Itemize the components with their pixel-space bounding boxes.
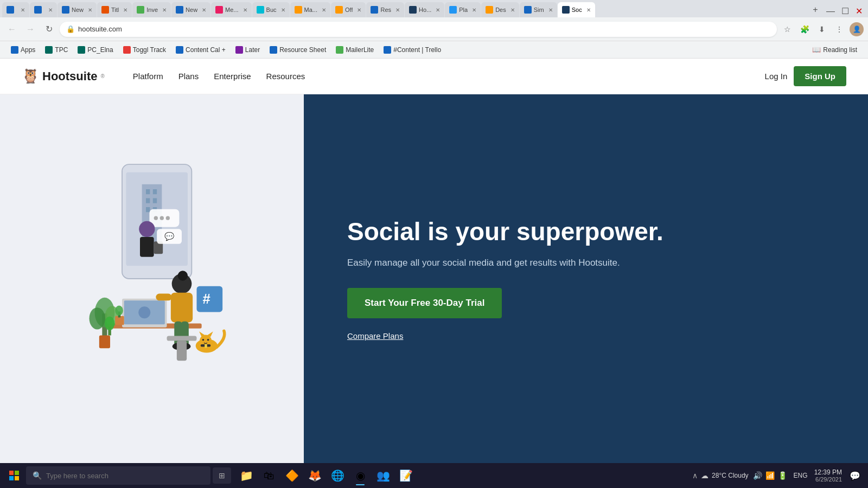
- start-button[interactable]: [4, 466, 24, 485]
- bookmark-favicon: [11, 46, 18, 54]
- bookmark-content_cal_+[interactable]: Content Cal +: [171, 44, 230, 55]
- compare-plans-link[interactable]: Compare Plans: [347, 331, 825, 341]
- tab-close-tab12[interactable]: ✕: [436, 7, 440, 13]
- browser-tab-tab14[interactable]: Des✕: [481, 2, 519, 17]
- svg-point-51: [115, 306, 123, 316]
- svg-rect-48: [205, 344, 207, 348]
- nav-link-platform[interactable]: Platform: [133, 72, 163, 81]
- tab-close-tab15[interactable]: ✕: [548, 7, 553, 13]
- notification-area: 🔊 📶 🔋: [753, 471, 787, 480]
- taskbar-app-sticky-notes[interactable]: 📝: [395, 465, 417, 486]
- download-icon[interactable]: ⬇: [815, 22, 829, 36]
- browser-tab-tab15[interactable]: Sim✕: [520, 2, 557, 17]
- bookmark-later[interactable]: Later: [231, 44, 264, 55]
- nav-link-enterprise[interactable]: Enterprise: [214, 72, 251, 81]
- network-icon[interactable]: 📶: [765, 471, 775, 480]
- minimize-button[interactable]: —: [823, 5, 838, 17]
- taskbar-app-firefox[interactable]: 🦊: [304, 465, 326, 486]
- tab-favicon-tab1: [7, 6, 14, 14]
- browser-tab-tab5[interactable]: Inve✕: [132, 2, 171, 17]
- browser-tab-tab16[interactable]: Soc✕: [558, 2, 595, 17]
- cta-button[interactable]: Start Your Free 30-Day Trial: [347, 288, 502, 318]
- taskbar-app-chrome[interactable]: ◉: [349, 465, 371, 486]
- lang-indicator: ENG: [792, 472, 810, 479]
- settings-icon[interactable]: ⋮: [832, 22, 846, 36]
- svg-text:#: #: [203, 291, 210, 306]
- notification-button[interactable]: 💬: [846, 465, 864, 486]
- browser-tab-tab8[interactable]: Buc✕: [252, 2, 290, 17]
- tab-close-tab1[interactable]: ✕: [21, 7, 25, 13]
- bookmarks-star[interactable]: ☆: [780, 22, 794, 36]
- back-button[interactable]: ←: [4, 22, 20, 37]
- browser-tab-tab3[interactable]: New✕: [58, 2, 97, 17]
- nav-link-plans[interactable]: Plans: [178, 72, 199, 81]
- browser-tab-tab6[interactable]: New✕: [171, 2, 210, 17]
- taskbar-view-button[interactable]: ⊞: [213, 467, 231, 484]
- maximize-button[interactable]: ☐: [838, 5, 852, 17]
- reading-list-button[interactable]: 📖 Reading list: [808, 44, 861, 55]
- browser-tab-tab2[interactable]: ✕: [30, 2, 57, 17]
- taskbar-app-file-explorer[interactable]: 📁: [235, 465, 257, 486]
- tab-close-tab6[interactable]: ✕: [202, 7, 206, 13]
- new-tab-button[interactable]: +: [808, 2, 823, 17]
- tab-close-tab7[interactable]: ✕: [243, 7, 247, 13]
- extensions-icon[interactable]: 🧩: [797, 22, 812, 36]
- tab-close-tab13[interactable]: ✕: [472, 7, 476, 13]
- tab-label-tab12: Ho...: [419, 7, 431, 13]
- battery-icon[interactable]: 🔋: [778, 471, 787, 480]
- bookmark-toggl_track[interactable]: Toggl Track: [119, 44, 170, 55]
- tab-close-tab5[interactable]: ✕: [162, 7, 167, 13]
- close-button[interactable]: ✕: [852, 5, 866, 17]
- search-input[interactable]: [46, 472, 204, 480]
- profile-avatar[interactable]: 👤: [850, 22, 864, 36]
- bookmark-favicon: [235, 46, 243, 54]
- bookmark-pc_elna[interactable]: PC_Elna: [73, 44, 117, 55]
- taskbar-app-teams[interactable]: 👥: [372, 465, 394, 486]
- window-controls: — ☐ ✕: [823, 5, 866, 17]
- svg-rect-53: [15, 471, 19, 475]
- browser-tab-tab7[interactable]: Me...✕: [211, 2, 251, 17]
- tab-close-tab4[interactable]: ✕: [123, 7, 127, 13]
- tab-close-tab2[interactable]: ✕: [48, 7, 53, 13]
- browser-tab-tab9[interactable]: Ma...✕: [290, 2, 330, 17]
- signup-button[interactable]: Sign Up: [794, 66, 846, 86]
- bookmark-mailerlite[interactable]: MailerLite: [331, 44, 378, 55]
- taskbar-search-bar[interactable]: 🔍: [26, 466, 210, 485]
- hootsuite-logo[interactable]: 🦉 Hootsuite ®: [22, 68, 105, 85]
- svg-rect-31: [177, 341, 187, 361]
- tab-close-tab3[interactable]: ✕: [88, 7, 92, 13]
- nav-link-resources[interactable]: Resources: [266, 72, 305, 81]
- bookmark-favicon: [123, 46, 131, 54]
- login-button[interactable]: Log In: [765, 72, 788, 81]
- forward-button[interactable]: →: [23, 22, 38, 37]
- taskbar-app-vlc[interactable]: 🔶: [281, 465, 303, 486]
- browser-tab-tab11[interactable]: Res✕: [366, 2, 404, 17]
- browser-tab-tab13[interactable]: Pla✕: [445, 2, 481, 17]
- volume-icon[interactable]: 🔊: [753, 471, 762, 480]
- svg-point-36: [90, 307, 105, 329]
- browser-tab-tab1[interactable]: ✕: [2, 2, 29, 17]
- bookmark-apps[interactable]: Apps: [7, 44, 40, 55]
- taskbar-app-store[interactable]: 🛍: [258, 465, 280, 486]
- svg-rect-7: [146, 207, 150, 212]
- bookmark-tpc[interactable]: TPC: [41, 44, 72, 55]
- tab-favicon-tab15: [524, 6, 532, 14]
- weather-text: 28°C Cloudy: [712, 472, 749, 479]
- tab-close-tab14[interactable]: ✕: [510, 7, 515, 13]
- bookmark-#content_|_trello[interactable]: #Content | Trello: [379, 44, 445, 55]
- taskbar-app-edge[interactable]: 🌐: [327, 465, 348, 486]
- bookmark-resource_sheet[interactable]: Resource Sheet: [265, 44, 330, 55]
- tab-close-tab16[interactable]: ✕: [586, 7, 591, 13]
- tab-close-tab9[interactable]: ✕: [322, 7, 326, 13]
- website-content: 🦉 Hootsuite ® PlatformPlansEnterpriseRes…: [0, 59, 868, 463]
- tab-favicon-tab11: [371, 6, 378, 14]
- reload-button[interactable]: ↻: [41, 22, 56, 37]
- tab-close-tab11[interactable]: ✕: [395, 7, 400, 13]
- url-bar[interactable]: 🔒 hootsuite.com: [60, 22, 777, 37]
- up-arrow-icon[interactable]: ∧: [692, 471, 698, 480]
- tab-close-tab10[interactable]: ✕: [357, 7, 361, 13]
- browser-tab-tab12[interactable]: Ho...✕: [405, 2, 444, 17]
- browser-tab-tab10[interactable]: Off✕: [331, 2, 366, 17]
- tab-close-tab8[interactable]: ✕: [281, 7, 285, 13]
- browser-tab-tab4[interactable]: Titl✕: [97, 2, 132, 17]
